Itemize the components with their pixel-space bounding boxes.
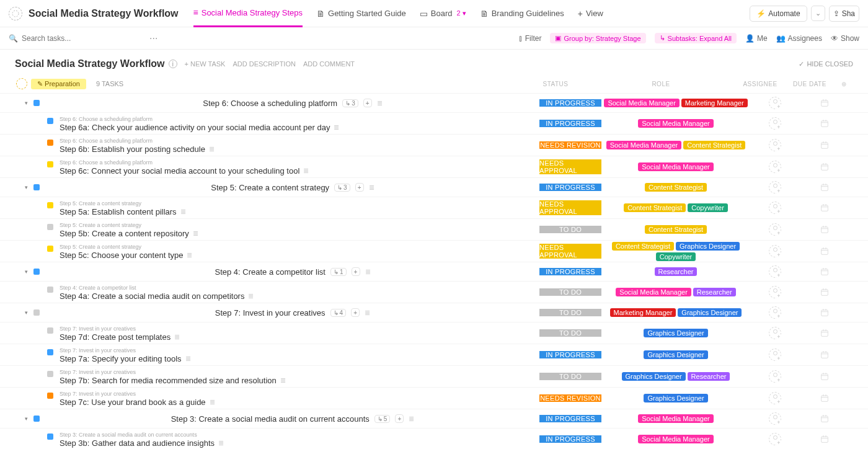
assignees-button[interactable]: 👥Assignees	[776, 34, 822, 43]
task-row[interactable]: ▾Step 5: Create a content strategy↳3+≣IN…	[0, 177, 868, 197]
description-icon[interactable]: ≣	[174, 333, 180, 341]
nav-tab[interactable]: 🗎Getting Started Guide	[316, 0, 406, 27]
subtask-row[interactable]: Step 5: Create a content strategyStep 5c…	[0, 240, 868, 262]
role-tag[interactable]: Graphics Designer	[676, 242, 740, 251]
share-button[interactable]: ⇪ Sha	[829, 6, 859, 22]
status-square[interactable]	[33, 100, 40, 106]
role-tag[interactable]: Researcher	[655, 267, 698, 276]
description-icon[interactable]: ≣	[187, 251, 192, 259]
nav-tab[interactable]: +View	[578, 0, 603, 27]
assignee-col[interactable]	[750, 202, 800, 214]
subtask-count[interactable]: ↳5	[374, 415, 391, 423]
expand-toggle[interactable]: ▾	[25, 100, 33, 106]
status-pill[interactable]: NEEDS APPROVAL	[539, 244, 601, 259]
subtask-row[interactable]: Step 5: Create a content strategyStep 5b…	[0, 218, 868, 240]
col-assignee[interactable]: ASSIGNEE	[735, 81, 785, 87]
role-tag[interactable]: Researcher	[688, 372, 730, 381]
assignee-col[interactable]	[750, 117, 800, 130]
status-pill[interactable]: IN PROGRESS	[539, 415, 601, 422]
duedate-col[interactable]	[800, 371, 849, 381]
description-icon[interactable]: ≣	[280, 376, 286, 385]
description-icon[interactable]: ≣	[193, 229, 198, 238]
group-pill-wrap[interactable]: ✎ Preparation 9 TASKS	[16, 78, 123, 89]
role-tag[interactable]: Social Media Manager	[616, 288, 691, 296]
duedate-col[interactable]	[800, 182, 849, 192]
subtask-row[interactable]: Step 5: Create a content strategyStep 5a…	[0, 197, 868, 218]
status-square[interactable]	[47, 118, 53, 124]
filter-button[interactable]: ⫿Filter	[519, 34, 542, 43]
assignee-col[interactable]	[750, 97, 800, 109]
hide-closed-button[interactable]: ✓ HIDE CLOSED	[799, 60, 853, 68]
role-tag[interactable]: Content Strategist	[624, 203, 686, 212]
col-duedate[interactable]: DUE DATE	[785, 81, 835, 87]
subtask-count[interactable]: ↳4	[330, 309, 347, 317]
subtask-row[interactable]: Step 7: Invest in your creativesStep 7d:…	[0, 322, 868, 344]
description-icon[interactable]: ≣	[365, 309, 370, 317]
role-tag[interactable]: Social Media Manager	[638, 435, 713, 443]
col-status[interactable]: STATUS	[525, 81, 587, 87]
expand-toggle[interactable]: ▾	[25, 309, 33, 316]
role-tag[interactable]: Social Media Manager	[638, 162, 713, 171]
duedate-col[interactable]	[800, 140, 849, 150]
role-tag[interactable]: Marketing Manager	[610, 308, 676, 317]
status-square[interactable]	[47, 393, 53, 399]
col-role[interactable]: ROLE	[587, 81, 735, 87]
description-icon[interactable]: ≣	[303, 167, 309, 175]
duedate-col[interactable]	[800, 308, 849, 318]
status-pill[interactable]: NEEDS REVISION	[539, 394, 601, 402]
duedate-col[interactable]	[800, 414, 849, 424]
description-icon[interactable]: ≣	[248, 292, 254, 300]
nav-tab[interactable]: ▭Board2 ▾	[420, 0, 466, 27]
subtask-row[interactable]: Step 6: Choose a scheduling platformStep…	[0, 156, 868, 177]
subtask-count[interactable]: ↳1	[330, 268, 347, 276]
add-subtask-button[interactable]: +	[363, 99, 372, 107]
subtask-row[interactable]: Step 4: Create a competitor listStep 4a:…	[0, 281, 868, 303]
assignee-col[interactable]	[750, 412, 800, 425]
status-pill[interactable]: NEEDS APPROVAL	[539, 200, 601, 215]
role-tag[interactable]: Social Media Manager	[604, 99, 679, 107]
subtasks-chip[interactable]: ↳Subtasks: Expand All	[655, 33, 737, 43]
nav-tab[interactable]: ≡Social Media Strategy Steps	[193, 0, 303, 27]
subtask-row[interactable]: Step 3: Create a social media audit on c…	[0, 428, 868, 449]
workspace-avatar[interactable]	[9, 7, 22, 20]
description-icon[interactable]: ≣	[209, 145, 215, 153]
expand-toggle[interactable]: ▾	[25, 184, 33, 190]
description-icon[interactable]: ≣	[334, 123, 339, 131]
description-icon[interactable]: ≣	[218, 439, 224, 447]
subtask-row[interactable]: Step 7: Invest in your creativesStep 7b:…	[0, 365, 868, 387]
role-tag[interactable]: Copywriter	[656, 252, 696, 261]
duedate-col[interactable]	[800, 328, 849, 338]
subtask-row[interactable]: Step 6: Choose a scheduling platformStep…	[0, 112, 868, 134]
add-subtask-button[interactable]: +	[352, 267, 360, 276]
role-tag[interactable]: Graphics Designer	[644, 350, 707, 359]
status-square[interactable]	[47, 433, 53, 440]
me-button[interactable]: 👤Me	[745, 34, 768, 43]
add-subtask-button[interactable]: +	[355, 183, 364, 192]
status-square[interactable]	[47, 327, 53, 334]
status-pill[interactable]: IN PROGRESS	[539, 184, 601, 191]
group-by-chip[interactable]: ▣Group by: Strategy Stage	[550, 33, 645, 43]
duedate-col[interactable]	[800, 162, 849, 172]
task-row[interactable]: ▾Step 3: Create a social media audit on …	[0, 409, 868, 428]
assignee-col[interactable]	[750, 370, 800, 383]
status-pill[interactable]: IN PROGRESS	[539, 435, 601, 443]
role-tag[interactable]: Researcher	[693, 288, 736, 296]
assignee-col[interactable]	[750, 265, 800, 278]
status-square[interactable]	[47, 287, 53, 293]
role-tag[interactable]: Graphics Designer	[644, 329, 707, 337]
assignee-col[interactable]	[750, 139, 800, 151]
assignee-col[interactable]	[750, 181, 800, 193]
status-square[interactable]	[33, 309, 40, 316]
duedate-col[interactable]	[800, 267, 849, 277]
add-comment-button[interactable]: ADD COMMENT	[303, 60, 355, 68]
status-pill[interactable]: NEEDS REVISION	[539, 141, 601, 149]
status-pill[interactable]: IN PROGRESS	[539, 99, 601, 107]
status-square[interactable]	[47, 224, 53, 230]
more-options[interactable]: ···	[149, 33, 170, 44]
assignee-col[interactable]	[750, 245, 800, 257]
status-pill[interactable]: TO DO	[539, 329, 601, 337]
task-row[interactable]: ▾Step 6: Choose a scheduling platform↳3+…	[0, 93, 868, 112]
duedate-col[interactable]	[800, 287, 849, 297]
status-pill[interactable]: NEEDS APPROVAL	[539, 159, 601, 174]
duedate-col[interactable]	[800, 225, 849, 234]
